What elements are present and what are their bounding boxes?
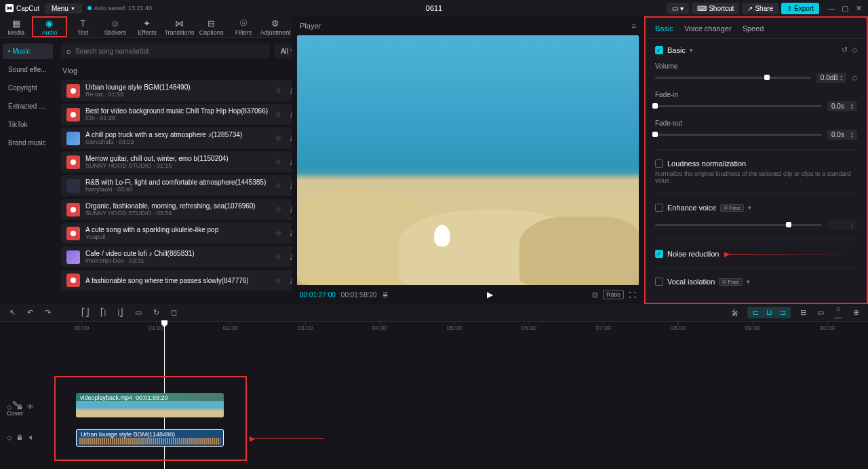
search-input[interactable]: ⌕ (61, 43, 270, 58)
volume-value[interactable]: 0.0dB▴▾ (816, 73, 846, 83)
fadein-value[interactable]: 0.0s▴▾ (827, 101, 857, 111)
mirror-tool[interactable]: ◻ (168, 308, 179, 317)
tab-media[interactable]: ▦Media (0, 16, 32, 37)
noise-checkbox[interactable] (655, 250, 663, 258)
menu-button[interactable]: Menu▼ (45, 3, 82, 14)
tab-adjustment[interactable]: ⚙Adjustment (260, 16, 292, 37)
song-thumb (66, 155, 80, 169)
tab-stickers[interactable]: ☺Stickers (99, 16, 131, 37)
basic-disclose-icon[interactable]: ▾ (690, 47, 693, 54)
mic-button[interactable]: 🎤︎ (730, 309, 741, 317)
favorite-icon[interactable]: ☆ (273, 181, 283, 191)
cover-button[interactable]: Cover (7, 400, 23, 417)
category-extracted[interactable]: Extracted a... (3, 98, 53, 114)
tl-tool-c[interactable]: ○— (833, 305, 844, 321)
song-item[interactable]: Merrow guitar, chill out, winter, emo b(… (61, 151, 302, 172)
tab-filters[interactable]: ⦾Filters (227, 16, 259, 37)
ruler-tick: 00:00 (74, 324, 90, 331)
song-item[interactable]: Best for video background music Chill Tr… (61, 104, 302, 125)
fadein-label: Fade-in (655, 91, 857, 98)
delete-tool[interactable]: ▭ (133, 308, 144, 317)
pointer-tool[interactable]: ↖ (7, 308, 18, 317)
play-button[interactable]: ▶ (487, 290, 493, 299)
favorite-icon[interactable]: ☆ (273, 229, 283, 238)
split-right-tool[interactable]: |⎦ (115, 308, 126, 317)
favorite-icon[interactable]: ☆ (273, 134, 283, 143)
song-title: A fashionable song where time passes slo… (85, 277, 268, 284)
fadein-slider[interactable] (655, 105, 822, 107)
track-lock2-icon[interactable]: 🔒︎ (16, 434, 23, 441)
favorite-icon[interactable]: ☆ (273, 157, 283, 167)
favorite-icon[interactable]: ☆ (273, 110, 283, 119)
category-music[interactable]: • Music (3, 43, 53, 59)
audio-clip[interactable]: Urban lounge style BGM(1148490) (76, 429, 224, 447)
list-icon[interactable]: ≣ (382, 291, 388, 299)
split-left-tool[interactable]: ⎡| (98, 308, 108, 317)
zoom-button[interactable]: ⊕ (850, 308, 861, 317)
ruler-tick: 05:00 (447, 324, 462, 331)
tab-text[interactable]: TText (67, 16, 99, 37)
audio-categories: • Music Sound effe... Copyright Extracte… (0, 38, 56, 304)
player-menu-icon[interactable]: ≡ (632, 22, 636, 30)
reverse-tool[interactable]: ↻ (151, 308, 161, 317)
song-item[interactable]: A fashionable song where time passes slo… (61, 270, 302, 290)
tab-captions[interactable]: ⊟Captions (195, 16, 227, 37)
tl-tool-a[interactable]: ⊟ (797, 308, 808, 317)
song-item[interactable]: Urban lounge style BGM(1148490)Re-lax · … (61, 80, 302, 101)
share-button[interactable]: ↗ Share (742, 3, 778, 14)
volume-keyframe-icon[interactable]: ◇ (852, 73, 857, 82)
track-lock-icon[interactable]: ◇ (7, 434, 12, 441)
tab-effects[interactable]: ✦Effects (131, 16, 163, 37)
magnet-left[interactable]: ⊏ (750, 308, 761, 317)
maximize-button[interactable]: ▢ (841, 4, 849, 12)
vocal-checkbox[interactable] (655, 278, 663, 286)
favorite-icon[interactable]: ☆ (273, 86, 283, 96)
track-mute-icon[interactable]: 🔈︎ (27, 434, 34, 441)
crop-icon[interactable]: ⊡ (592, 291, 597, 299)
video-clip[interactable]: videoplayback.mp4 00:01:58:20 (76, 393, 224, 417)
undo-icon[interactable]: ↺ (842, 45, 848, 54)
category-tiktok[interactable]: TikTok (3, 117, 53, 132)
export-button[interactable]: ⇪ Export (781, 3, 819, 14)
shortcut-button[interactable]: ⌨ Shortcut (692, 3, 739, 14)
video-preview[interactable] (297, 35, 639, 285)
inspector-tab-voice-changer[interactable]: Voice changer (684, 24, 732, 33)
tab-audio[interactable]: ◉Audio (32, 16, 66, 37)
inspector-tab-speed[interactable]: Speed (743, 24, 764, 33)
tl-tool-b[interactable]: ▭ (815, 308, 826, 317)
track-eye-icon[interactable]: 👁︎ (27, 403, 34, 411)
magnet-right[interactable]: ⊐ (777, 308, 788, 317)
minimize-button[interactable]: — (827, 4, 835, 12)
timeline-ruler[interactable]: 00:0001:0002:0003:0004:0005:0006:0007:00… (54, 322, 868, 335)
close-button[interactable]: ✕ (854, 4, 863, 12)
undo-button[interactable]: ↶ (24, 308, 35, 317)
fullscreen-icon[interactable]: ⛶ (629, 291, 636, 299)
volume-slider[interactable] (655, 77, 811, 79)
redo-button[interactable]: ↷ (42, 308, 53, 317)
layout-button[interactable]: ▭ ▾ (667, 3, 689, 14)
split-tool[interactable]: ⎡⎦ (80, 308, 91, 317)
song-item[interactable]: Cafe / video cute lofi ♪ Chill(885831)im… (61, 246, 302, 267)
song-item[interactable]: A chill pop truck with a sexy atmosphere… (61, 128, 302, 149)
fadeout-value[interactable]: 0.0s▴▾ (827, 130, 857, 140)
song-item[interactable]: R&B with Lo-Fi, light and comfortable at… (61, 175, 302, 196)
inspector-tab-basic[interactable]: Basic (655, 24, 673, 33)
tab-transitions[interactable]: ⋈Transitions (163, 16, 195, 37)
category-brand-music[interactable]: Brand music (3, 135, 53, 151)
enhance-slider[interactable] (655, 224, 822, 226)
enhance-checkbox[interactable] (655, 204, 663, 212)
category-sound-effects[interactable]: Sound effe... (3, 62, 53, 77)
favorite-icon[interactable]: ☆ (273, 252, 283, 262)
song-item[interactable]: A cute song with a sparkling ukulele-lik… (61, 223, 302, 244)
keyframe-icon[interactable]: ◇ (852, 45, 857, 54)
favorite-icon[interactable]: ☆ (273, 276, 283, 285)
magnet-center[interactable]: ⊔ (764, 308, 774, 317)
media-panel: ▦Media ◉Audio TText ☺Stickers ✦Effects ⋈… (0, 16, 292, 304)
favorite-icon[interactable]: ☆ (273, 205, 283, 214)
loudness-checkbox[interactable] (655, 160, 663, 168)
song-item[interactable]: Organic, fashionable, morning, refreshin… (61, 199, 302, 220)
category-copyright[interactable]: Copyright (3, 80, 53, 96)
ratio-button[interactable]: Ratio (603, 290, 624, 299)
basic-checkbox[interactable] (655, 46, 663, 54)
fadeout-slider[interactable] (655, 134, 822, 136)
